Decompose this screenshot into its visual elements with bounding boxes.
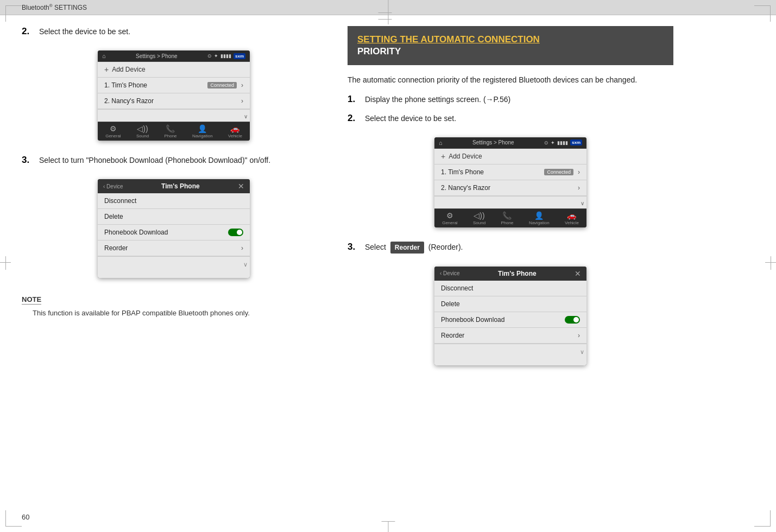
step-number-3-right: 3. — [348, 242, 361, 252]
scroll-down-left: ∨ — [244, 113, 248, 119]
crosshair-right — [765, 262, 776, 270]
disconnect-row-left: Disconnect — [98, 193, 250, 209]
toggle-left[interactable] — [228, 229, 243, 236]
right-step-3: 3. Select Reorder (Reorder). — [348, 242, 673, 254]
detail-screen-left: ‹ Device Tim's Phone ✕ Disconnect Delete… — [98, 179, 250, 278]
add-device-row-left: + Add Device — [98, 62, 250, 78]
toggle-right[interactable] — [565, 316, 580, 324]
detail-title-right: Tim's Phone — [498, 270, 537, 277]
detail-screen-wrapper-left: ‹ Device Tim's Phone ✕ Disconnect Delete… — [22, 174, 326, 283]
crosshair-top — [384, 0, 392, 13]
status-icons-right: ⊙ ✦ ▮▮▮▮ sxm — [544, 140, 582, 145]
left-step-3: 3. Select to turn "Phonebook Download (P… — [22, 155, 326, 166]
phone-label-right: Phone — [501, 220, 513, 225]
delete-label-right: Delete — [441, 300, 460, 308]
left-column: 2. Select the device to be set. ⌂ Settin… — [22, 26, 326, 379]
device-row-2-left: 2. Nancy's Razor › — [98, 93, 250, 109]
page-number: 60 — [22, 513, 29, 521]
nav-label-right: Navigation — [529, 220, 550, 225]
wifi-icon-right: ⊙ — [544, 140, 548, 145]
footer-sound-right: ◁)) Sound — [473, 211, 485, 225]
note-section: NOTE This function is available for PBAP… — [22, 294, 326, 319]
plus-icon-right: + — [441, 152, 445, 161]
heading-line1: SETTING THE AUTOMATIC CONNECTION — [357, 34, 540, 45]
scroll-indicator-right: ∨ — [434, 196, 586, 208]
brand-label: Bluetooth — [22, 4, 49, 11]
home-icon-right: ⌂ — [439, 140, 443, 146]
sound-icon-left: ◁)) — [137, 124, 148, 133]
screen-footer-left: ⚙ General ◁)) Sound 📞 Phone 👤 — [98, 122, 250, 141]
phone-icon-left: 📞 — [166, 124, 175, 133]
screen-header-left: ⌂ Settings > Phone ⊙ ✦ ▮▮▮▮ sxm — [98, 50, 250, 62]
screen-body-left: + Add Device 1. Tim's Phone Connected › … — [98, 62, 250, 122]
gear-icon-left: ⚙ — [110, 124, 117, 133]
signal-right: ▮▮▮▮ — [557, 140, 568, 145]
add-device-row-right: + Add Device — [434, 149, 586, 164]
gear-icon-right: ⚙ — [446, 211, 453, 220]
brand-sup: ® — [49, 3, 53, 8]
phonebook-row-right: Phonebook Download — [434, 312, 586, 328]
detail-header-left: ‹ Device Tim's Phone ✕ — [98, 179, 250, 193]
reorder-row-left: Reorder › — [98, 240, 250, 256]
reorder-button[interactable]: Reorder — [390, 242, 424, 254]
device-row-2-right: 2. Nancy's Razor › — [434, 180, 586, 196]
signal-left: ▮▮▮▮ — [220, 53, 231, 59]
scroll-area-right: ∨ — [434, 344, 586, 365]
delete-row-right: Delete — [434, 296, 586, 312]
delete-label-left: Delete — [104, 213, 123, 220]
device-row-1-left: 1. Tim's Phone Connected › — [98, 78, 250, 93]
page-container: Bluetooth® SETTINGS 2. Select the device… — [0, 0, 776, 532]
note-title: NOTE — [22, 295, 41, 305]
step-text-3-right: Select Reorder (Reorder). — [365, 242, 463, 254]
device-name-1-right: 1. Tim's Phone — [441, 168, 484, 176]
disconnect-row-right: Disconnect — [434, 281, 586, 296]
scroll-down-detail-left: ∨ — [243, 261, 248, 268]
sound-icon-right: ◁)) — [474, 211, 484, 220]
detail-header-right: ‹ Device Tim's Phone ✕ — [434, 267, 586, 281]
corner-mark-br — [754, 510, 771, 527]
delete-row-left: Delete — [98, 209, 250, 225]
reorder-row-right: Reorder › — [434, 328, 586, 344]
note-text: This function is available for PBAP comp… — [33, 308, 326, 319]
footer-nav-right: 👤 Navigation — [529, 211, 550, 225]
breadcrumb-right: Settings > Phone — [472, 140, 514, 145]
reorder-label-right: Reorder — [441, 332, 464, 339]
phonebook-label-left: Phonebook Download — [104, 229, 168, 236]
vehicle-label-left: Vehicle — [228, 134, 242, 138]
step-number-2-right: 2. — [348, 113, 361, 124]
disconnect-label-right: Disconnect — [441, 284, 473, 292]
phone-label-left: Phone — [164, 134, 176, 138]
footer-vehicle-right: 🚗 Vehicle — [565, 211, 579, 225]
phone-icon-right: 📞 — [502, 211, 512, 220]
disconnect-label-left: Disconnect — [104, 197, 136, 205]
chevron-1-left: › — [241, 81, 243, 89]
corner-mark-bl — [5, 510, 22, 527]
corner-mark-tl — [5, 5, 22, 22]
vehicle-icon-right: 🚗 — [567, 211, 576, 220]
vehicle-icon-left: 🚗 — [230, 124, 239, 133]
add-device-label-right: Add Device — [449, 153, 482, 160]
connected-badge-left: Connected — [207, 82, 237, 88]
step-text-2-left: Select the device to be set. — [39, 26, 130, 37]
step-number-1-right: 1. — [348, 94, 361, 105]
wifi-icon-left: ⊙ — [207, 53, 212, 59]
scroll-indicator-left: ∨ — [98, 109, 250, 122]
breadcrumb-left: Settings > Phone — [136, 53, 177, 59]
sxm-badge-left: sxm — [234, 53, 245, 59]
detail-title-left: Tim's Phone — [161, 182, 200, 190]
screen-footer-right: ⚙ General ◁)) Sound 📞 Phone 👤 — [434, 208, 586, 227]
general-label-right: General — [442, 220, 457, 225]
step-number-3-left: 3. — [22, 155, 35, 166]
nav-icon-left: 👤 — [198, 124, 207, 133]
star-icon-left: ✦ — [214, 53, 218, 59]
phonebook-label-right: Phonebook Download — [441, 316, 504, 324]
nav-label-left: Navigation — [192, 134, 213, 138]
screen-body-right: + Add Device 1. Tim's Phone Connected › … — [434, 149, 586, 208]
star-icon-right: ✦ — [551, 140, 555, 145]
step-number-2-left: 2. — [22, 26, 35, 37]
footer-general-left: ⚙ General — [105, 124, 121, 138]
general-label-left: General — [105, 134, 121, 138]
sound-label-right: Sound — [473, 220, 485, 225]
screen-header-right: ⌂ Settings > Phone ⊙ ✦ ▮▮▮▮ sxm — [434, 137, 586, 149]
scroll-down-right: ∨ — [581, 200, 584, 206]
